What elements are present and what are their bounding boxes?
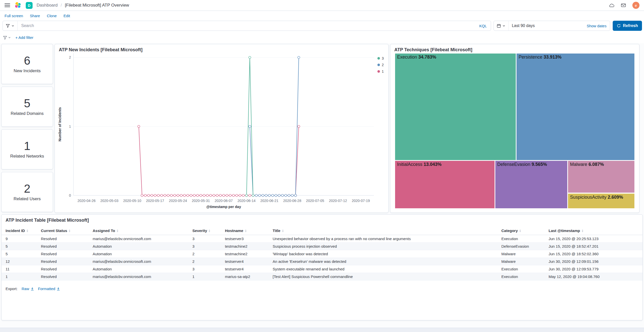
svg-text:2020-05-10: 2020-05-10 xyxy=(123,199,141,203)
table-cell: Jun 30, 2020 @ 12:09:01.156 xyxy=(549,258,642,265)
breadcrumb-dashboard[interactable]: Dashboard xyxy=(37,3,58,8)
treemap-tile-label: DefenseEvasion 9.565% xyxy=(495,161,567,168)
column-header[interactable]: Current Status xyxy=(41,226,93,235)
table-cell: [Test Alert] Suspicious Powershell comma… xyxy=(273,273,501,280)
download-icon xyxy=(57,287,60,291)
breadcrumb-separator: / xyxy=(61,3,62,8)
filter-options-button[interactable] xyxy=(3,36,11,40)
table-header-row: Incident IDCurrent StatusAssigned ToSeve… xyxy=(2,226,642,235)
table-cell: testserver4 xyxy=(225,265,273,273)
export-label: Export: xyxy=(6,287,18,291)
table-cell: 1 xyxy=(192,273,225,280)
svg-text:2: 2 xyxy=(69,55,71,59)
table-cell: 12 xyxy=(2,258,41,265)
add-filter-button[interactable]: + Add filter xyxy=(15,35,33,40)
table-cell: Suspicious process injection observed xyxy=(273,243,501,250)
column-header[interactable]: Last @timestamp xyxy=(549,226,642,235)
table-cell: Automation xyxy=(93,265,192,273)
metric-label: Related Users xyxy=(14,196,41,201)
treemap-tile-initialaccess[interactable]: InitialAccess 13.043% xyxy=(395,161,495,208)
legend-item[interactable]: 3 xyxy=(377,56,384,60)
table-row: 12Resolvedmarius@elasticbv.onmicrosoft.c… xyxy=(2,258,642,265)
table-cell: DefenseEvasion xyxy=(501,243,549,250)
treemap-tile-defenseevasion[interactable]: DefenseEvasion 9.565% xyxy=(495,161,567,208)
panel-title: ATP Techniques [Filebeat Microsoft] xyxy=(390,44,639,54)
svg-text:2020-05-31: 2020-05-31 xyxy=(192,199,210,203)
query-input-group: KQL xyxy=(3,21,491,31)
legend-item[interactable]: 2 xyxy=(377,63,384,67)
user-avatar[interactable]: e xyxy=(632,2,639,9)
metric-value: 5 xyxy=(24,97,31,109)
svg-text:2020-06-14: 2020-06-14 xyxy=(238,199,256,203)
treemap-tile-persistence[interactable]: Persistence 33.913% xyxy=(517,54,634,160)
column-header[interactable]: Assigned To xyxy=(93,226,192,235)
table-row: 11ResolvedAutomation3testserver4System e… xyxy=(2,265,642,273)
search-bar: KQL Last 90 days Show dates Refresh xyxy=(0,20,644,33)
quick-time-menu-button[interactable] xyxy=(494,21,509,31)
legend-item[interactable]: 1 xyxy=(377,69,384,73)
table-cell: marius@elasticbv.onmicrosoft.com xyxy=(93,273,192,280)
export-raw-link[interactable]: Raw xyxy=(22,287,34,291)
table-cell: Resolved xyxy=(41,258,93,265)
chevron-down-icon xyxy=(11,24,14,27)
column-header[interactable]: Incident ID xyxy=(2,226,41,235)
metric-label: Related Networks xyxy=(10,154,44,159)
share-link[interactable]: Share xyxy=(30,14,40,18)
legend-label: 2 xyxy=(382,63,384,67)
treemap-tile-malware[interactable]: Malware 6.087% xyxy=(568,161,634,193)
legend-label: 3 xyxy=(382,56,384,60)
menu-hamburger-icon[interactable] xyxy=(5,2,10,9)
bottom-scrollbar-track xyxy=(0,328,644,332)
saved-query-menu-button[interactable] xyxy=(3,21,18,31)
search-input[interactable] xyxy=(18,21,475,31)
table-cell: Resolved xyxy=(41,243,93,250)
date-picker: Last 90 days Show dates xyxy=(494,21,610,31)
table-cell: Resolved xyxy=(41,235,93,243)
export-formatted-link[interactable]: Formatted xyxy=(38,287,60,291)
metric-value: 6 xyxy=(24,55,31,66)
incidents-chart-svg[interactable]: 0122020-04-262020-05-032020-05-102020-05… xyxy=(55,44,388,213)
treemap-tile-execution[interactable]: Execution 34.783% xyxy=(395,54,516,160)
download-icon xyxy=(31,287,34,291)
column-header[interactable]: Title xyxy=(273,226,501,235)
table-cell: Resolved xyxy=(41,273,93,280)
svg-text:1: 1 xyxy=(69,124,71,129)
top-bar-right: e xyxy=(609,2,639,9)
column-header[interactable]: Category xyxy=(501,226,549,235)
newsfeed-button[interactable] xyxy=(621,3,626,7)
refresh-button[interactable]: Refresh xyxy=(613,21,642,31)
filter-funnel-icon xyxy=(3,36,7,40)
top-bar: D Dashboard / [Filebeat Microsoft] ATP O… xyxy=(0,0,644,11)
sort-icon xyxy=(281,229,284,232)
table-cell: 11 xyxy=(2,265,41,273)
table-cell: System executable renamed and launched xyxy=(273,265,501,273)
sort-icon xyxy=(581,229,584,232)
incident-table-panel: ATP Incident Table [Filebeat Microsoft] … xyxy=(1,214,643,320)
export-raw-label: Raw xyxy=(22,287,29,291)
calendar-icon xyxy=(497,24,501,28)
column-header[interactable]: Hostname xyxy=(225,226,273,235)
treemap-tile-label: Execution 34.783% xyxy=(395,54,516,61)
svg-text:@timestamp per day: @timestamp per day xyxy=(206,205,241,209)
clone-link[interactable]: Clone xyxy=(47,14,57,18)
edit-link[interactable]: Edit xyxy=(64,14,70,18)
sort-icon xyxy=(68,229,71,232)
cloud-deployment-button[interactable] xyxy=(609,3,614,8)
chevron-down-icon xyxy=(502,24,505,27)
table-cell: Jun 15, 2020 @ 18:52:02.360 xyxy=(549,250,642,258)
table-cell: Execution xyxy=(501,273,549,280)
column-header[interactable]: Severity xyxy=(192,226,225,235)
time-range-display[interactable]: Last 90 days xyxy=(509,23,583,28)
table-cell: testmachine2 xyxy=(225,250,273,258)
query-language-button[interactable]: KQL xyxy=(475,24,491,28)
table-cell: Unexpected behavior observed by a proces… xyxy=(273,235,501,243)
show-dates-link[interactable]: Show dates xyxy=(583,24,610,28)
full-screen-link[interactable]: Full screen xyxy=(5,14,23,18)
table-cell: Jun 15, 2020 @ 20:25:53.123 xyxy=(549,235,642,243)
svg-text:Number of Incidents: Number of Incidents xyxy=(58,107,62,142)
table-cell: testmachine2 xyxy=(225,243,273,250)
space-badge[interactable]: D xyxy=(26,2,33,9)
treemap-tile-suspiciousactivity[interactable]: SuspiciousActivity 2.609% xyxy=(568,194,634,208)
table-cell: 9 xyxy=(2,235,41,243)
sort-icon xyxy=(116,229,119,232)
